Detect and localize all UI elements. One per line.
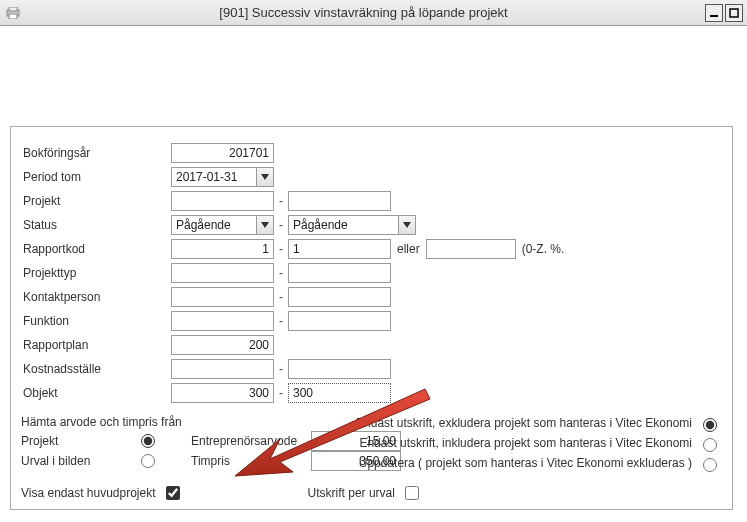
range-separator: - [274, 218, 288, 232]
status-from-input[interactable] [171, 215, 256, 235]
hamta-urval-radio[interactable] [141, 454, 155, 468]
status-label: Status [21, 218, 171, 232]
funktion-to-input[interactable] [288, 311, 391, 331]
hamta-title: Hämta arvode och timpris från [21, 415, 191, 429]
maximize-button[interactable] [725, 4, 743, 22]
titlebar: [901] Successiv vinstavräkning på löpand… [0, 0, 747, 26]
range-separator: - [274, 266, 288, 280]
range-separator: - [274, 194, 288, 208]
printer-icon [4, 6, 22, 20]
period-tom-label: Period tom [21, 170, 171, 184]
svg-rect-2 [9, 14, 17, 19]
kontaktperson-label: Kontaktperson [21, 290, 171, 304]
hamta-urval-label: Urval i bilden [21, 454, 141, 468]
funktion-from-input[interactable] [171, 311, 274, 331]
projekt-to-input[interactable] [288, 191, 391, 211]
opt1-label: Endast utskrift, exkludera projekt som h… [356, 416, 692, 430]
period-tom-input[interactable] [171, 167, 256, 187]
rapportkod-label: Rapportkod [21, 242, 171, 256]
visa-huvudprojekt-label: Visa endast huvudprojekt [21, 486, 156, 500]
funktion-label: Funktion [21, 314, 171, 328]
projekttyp-to-input[interactable] [288, 263, 391, 283]
rapportkod-from-input[interactable] [171, 239, 274, 259]
opt2-label: Endast utskrift, inkludera projekt som h… [359, 436, 692, 450]
opt2-radio[interactable] [703, 438, 717, 452]
kostnadsstalle-label: Kostnadsställe [21, 362, 171, 376]
visa-huvudprojekt-checkbox[interactable] [166, 486, 180, 500]
hamta-projekt-radio[interactable] [141, 434, 155, 448]
projekttyp-label: Projekttyp [21, 266, 171, 280]
kontaktperson-from-input[interactable] [171, 287, 274, 307]
projekt-label: Projekt [21, 194, 171, 208]
utskrift-per-urval-checkbox[interactable] [405, 486, 419, 500]
range-separator: - [274, 386, 288, 400]
rapportplan-label: Rapportplan [21, 338, 171, 352]
opt1-radio[interactable] [703, 418, 717, 432]
window-title: [901] Successiv vinstavräkning på löpand… [22, 5, 705, 20]
chevron-down-icon[interactable] [256, 215, 274, 235]
bokforingsar-label: Bokföringsår [21, 146, 171, 160]
objekt-label: Objekt [21, 386, 171, 400]
rapportkod-eller-input[interactable] [426, 239, 516, 259]
rapportkod-hint: (0-Z. %. [522, 242, 565, 256]
objekt-from-input[interactable] [171, 383, 274, 403]
projekt-from-input[interactable] [171, 191, 274, 211]
range-separator: - [274, 314, 288, 328]
utskrift-per-urval-label: Utskrift per urval [308, 486, 395, 500]
range-separator: - [274, 290, 288, 304]
kostnadsstalle-to-input[interactable] [288, 359, 391, 379]
range-separator: - [274, 362, 288, 376]
chevron-down-icon[interactable] [398, 215, 416, 235]
objekt-to-input[interactable] [288, 383, 391, 403]
opt3-label: Uppdatera ( projekt som hanteras i Vitec… [359, 456, 692, 470]
kontaktperson-to-input[interactable] [288, 287, 391, 307]
kostnadsstalle-from-input[interactable] [171, 359, 274, 379]
eller-label: eller [397, 242, 420, 256]
range-separator: - [274, 242, 288, 256]
svg-rect-1 [9, 7, 17, 11]
rapportplan-input[interactable] [171, 335, 274, 355]
svg-rect-4 [730, 9, 738, 17]
projekttyp-from-input[interactable] [171, 263, 274, 283]
minimize-button[interactable] [705, 4, 723, 22]
timpris-label: Timpris [191, 454, 311, 468]
entreprenorsarvode-label: Entreprenörsarvode [191, 434, 311, 448]
hamta-projekt-label: Projekt [21, 434, 141, 448]
chevron-down-icon[interactable] [256, 167, 274, 187]
bokforingsar-input[interactable] [171, 143, 274, 163]
opt3-radio[interactable] [703, 458, 717, 472]
form-panel: Bokföringsår Period tom Projekt - Status… [10, 126, 733, 510]
status-to-input[interactable] [288, 215, 398, 235]
rapportkod-to-input[interactable] [288, 239, 391, 259]
